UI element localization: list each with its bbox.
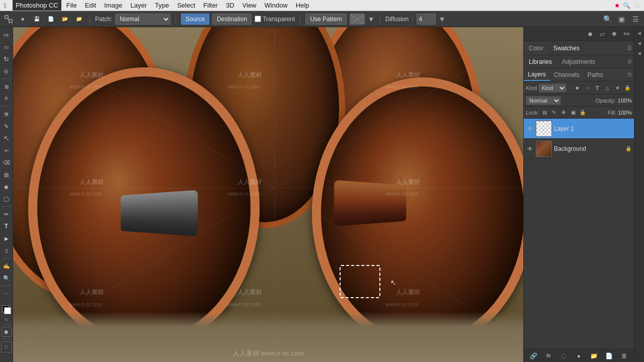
layers-menu-btn[interactable]: ☰ — [625, 68, 634, 82]
tab-channels[interactable]: Channels — [550, 69, 584, 80]
menu-item-window[interactable]: Window — [262, 0, 291, 11]
layer-eye-background[interactable]: 👁 — [526, 145, 534, 153]
move-tool[interactable]: ⇨ — [1, 29, 12, 40]
menu-item-help[interactable]: Help — [293, 0, 312, 11]
layer-item-layer1[interactable]: 👁 Layer 1 — [524, 119, 634, 139]
menu-item-view[interactable]: View — [239, 0, 260, 11]
filter-pixel-icon[interactable]: ■ — [573, 83, 582, 93]
filter-lock-icon[interactable]: 🔒 — [623, 83, 632, 93]
default-colors-icon[interactable]: ↻ — [5, 317, 9, 322]
collapse-arrow-2[interactable]: ◀ — [635, 39, 643, 47]
layer-eye-layer1[interactable]: 👁 — [526, 125, 534, 133]
lock-transparent-pixels-icon[interactable]: ▤ — [540, 109, 548, 117]
lock-artboard-icon[interactable]: ▣ — [569, 109, 577, 117]
pen-tool[interactable]: ✏ — [1, 209, 12, 220]
menu-item-3d[interactable]: 3D — [223, 0, 237, 11]
menu-item-select[interactable]: Select — [174, 0, 198, 11]
source-button[interactable]: Source — [181, 14, 209, 25]
lock-position-icon[interactable]: ✥ — [559, 109, 568, 117]
lock-label: Lock: — [526, 110, 539, 116]
options-layout-icon[interactable]: ▣ — [616, 14, 627, 25]
marquee-tool[interactable]: ▭ — [1, 41, 12, 52]
dodge-tool[interactable]: ◯ — [1, 193, 12, 204]
tab-libraries[interactable]: Libraries — [524, 56, 557, 67]
layers-adjustment-btn[interactable]: ● — [574, 351, 584, 361]
tab-paths[interactable]: Paths — [584, 69, 607, 80]
layer-thumb-background — [536, 141, 552, 157]
opacity-value[interactable]: 100% — [618, 98, 632, 104]
photo-background: 人人素材 www.rr-sc.com 人人素材 www.rr-sc.com 人人… — [13, 27, 523, 362]
panel-menu-btn[interactable]: ☰ — [625, 41, 634, 55]
eyedropper-tool[interactable]: ⚲ — [1, 93, 12, 104]
layer-item-background[interactable]: 👁 Background 🔒 — [524, 139, 634, 159]
collapse-arrow-3[interactable]: ◀ — [635, 49, 643, 57]
menu-item-file[interactable]: File — [63, 0, 80, 11]
layers-new-btn[interactable]: 📄 — [604, 351, 614, 361]
history-brush-tool[interactable]: ↩ — [1, 145, 12, 156]
libraries-menu-btn[interactable]: ☰ — [625, 55, 634, 69]
menu-item-photoshop[interactable]: Photoshop CC — [13, 0, 61, 11]
search-icon[interactable]: 🔍 — [623, 2, 630, 9]
type-tool[interactable]: T — [1, 221, 12, 232]
filter-shape-icon[interactable]: △ — [603, 83, 612, 93]
diffusion-dropdown-icon[interactable]: ▼ — [439, 14, 446, 25]
layers-mask-btn[interactable]: ◌ — [558, 351, 569, 361]
pattern-dropdown-icon[interactable]: ▼ — [368, 14, 375, 25]
layers-group-btn[interactable]: 📁 — [589, 351, 599, 361]
brush-tool[interactable]: ✎ — [1, 121, 12, 132]
tab-layers[interactable]: Layers — [524, 69, 550, 81]
panel-icon-top-4[interactable]: ⚯ — [621, 29, 632, 40]
options-search-icon[interactable]: 🔍 — [602, 14, 613, 25]
shape-tool[interactable]: ▯ — [1, 245, 12, 256]
toolbar-doc4-icon: 📁 — [73, 14, 85, 25]
zoom-tool[interactable]: 🔍 — [1, 273, 12, 284]
quick-mask-btn[interactable]: ▣ — [2, 327, 12, 337]
blend-mode-select[interactable]: Normal Multiply Screen — [526, 96, 561, 105]
patch-mode-select[interactable]: Normal Content-Aware — [115, 14, 171, 25]
layers-link-btn[interactable]: 🔗 — [528, 351, 538, 361]
crop-tool[interactable]: ⊞ — [1, 81, 12, 92]
quick-select-tool[interactable]: ◎ — [1, 65, 12, 76]
change-screen-mode-btn[interactable]: □ — [1, 341, 12, 352]
menu-item-edit[interactable]: Edit — [82, 0, 99, 11]
blur-tool[interactable]: ◉ — [1, 181, 12, 192]
panel-icon-top-1[interactable]: ■ — [585, 29, 596, 40]
pattern-picker[interactable] — [350, 14, 365, 25]
fill-value[interactable]: 100% — [618, 110, 632, 116]
filter-type-icon[interactable]: T — [593, 83, 602, 93]
destination-button[interactable]: Destination — [212, 14, 252, 25]
layers-trash-btn[interactable]: 🗑 — [619, 351, 629, 361]
filter-adjust-icon[interactable]: ○ — [583, 83, 592, 93]
filter-kind-select[interactable]: Kind Name Effect — [538, 83, 567, 93]
lasso-tool[interactable]: ↻ — [1, 53, 12, 64]
opts-divider-3 — [300, 14, 300, 24]
transparent-checkbox[interactable] — [255, 16, 261, 22]
options-menu-icon[interactable]: ☰ — [630, 14, 641, 25]
tab-swatches[interactable]: Swatches — [548, 43, 585, 55]
clone-stamp-tool[interactable]: ⛏ — [1, 133, 12, 144]
lock-all-icon[interactable]: 🔒 — [579, 109, 587, 117]
panel-icon-top-3[interactable]: ❖ — [609, 29, 620, 40]
menu-item-image[interactable]: Image — [101, 0, 125, 11]
lock-image-pixels-icon[interactable]: ✎ — [550, 109, 558, 117]
fg-bg-colors[interactable] — [1, 304, 12, 315]
hand-tool[interactable]: ✍ — [1, 260, 12, 272]
background-color[interactable] — [4, 307, 11, 314]
menu-item-type[interactable]: Type — [152, 0, 172, 11]
filter-smart-icon[interactable]: ★ — [613, 83, 622, 93]
panel-icon-top-2[interactable]: ▱ — [597, 29, 608, 40]
diffusion-input[interactable] — [417, 14, 436, 25]
layers-fx-btn[interactable]: fx — [543, 351, 553, 361]
use-pattern-button[interactable]: Use Pattern — [305, 14, 346, 25]
extras-tool[interactable]: ⋯ — [1, 288, 12, 299]
menu-lines-icon[interactable]: ☰ — [634, 2, 640, 9]
collapse-arrow-1[interactable]: ◀ — [635, 29, 643, 37]
gradient-tool[interactable]: ▤ — [1, 169, 12, 180]
tab-color[interactable]: Color — [524, 43, 548, 55]
path-selection-tool[interactable]: ▶ — [1, 233, 12, 244]
menu-item-layer[interactable]: Layer — [127, 0, 150, 11]
healing-brush-tool[interactable]: ⚒ — [1, 109, 12, 120]
eraser-tool[interactable]: ⌫ — [1, 157, 12, 168]
tab-adjustments[interactable]: Adjustments — [557, 56, 600, 67]
menu-item-filter[interactable]: Filter — [200, 0, 221, 11]
